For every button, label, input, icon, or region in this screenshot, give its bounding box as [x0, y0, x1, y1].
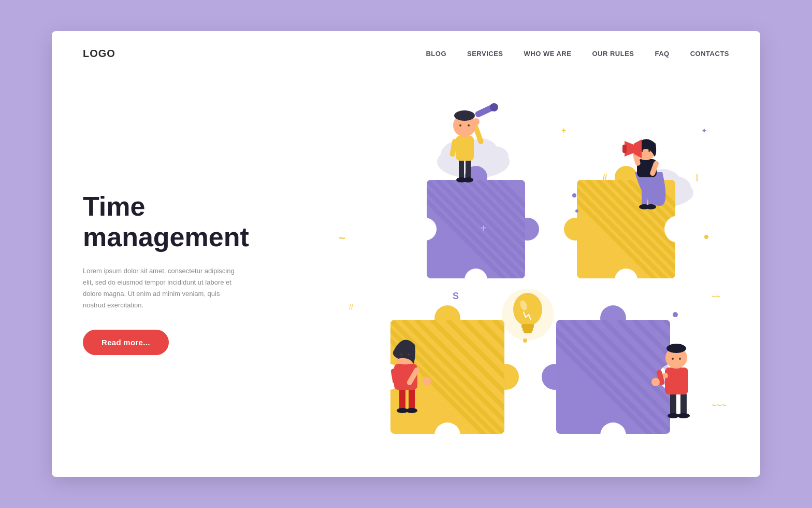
- svg-point-74: [463, 177, 473, 182]
- nav-services[interactable]: SERVICES: [467, 50, 503, 58]
- svg-point-88: [646, 204, 656, 209]
- svg-rect-96: [399, 387, 405, 411]
- nav-contacts[interactable]: CONTACTS: [690, 50, 729, 58]
- hero-section: Time management Lorem ipsum dolor sit am…: [52, 76, 300, 470]
- deco-dot-5: [704, 235, 708, 239]
- hero-description: Lorem ipsum dolor sit amet, consectetur …: [83, 265, 238, 311]
- svg-point-117: [679, 358, 681, 360]
- main-content: Time management Lorem ipsum dolor sit am…: [52, 76, 760, 470]
- logo: LOGO: [83, 48, 115, 60]
- svg-rect-71: [459, 159, 464, 180]
- svg-rect-107: [670, 392, 676, 416]
- deco-star: ✦: [701, 126, 707, 135]
- svg-point-104: [400, 354, 402, 356]
- nav-blog[interactable]: BLOG: [426, 50, 446, 58]
- svg-point-106: [423, 377, 431, 385]
- deco-dot-1: [572, 193, 576, 197]
- svg-point-99: [406, 408, 417, 413]
- svg-rect-95: [622, 145, 627, 153]
- deco-plus-1: +: [561, 126, 566, 135]
- svg-rect-69: [524, 330, 532, 333]
- svg-rect-108: [680, 392, 687, 416]
- svg-point-18: [564, 218, 587, 241]
- page-container: LOGO BLOG SERVICES WHO WE ARE OUR RULES …: [52, 31, 760, 477]
- svg-point-83: [490, 103, 498, 111]
- svg-point-66: [513, 293, 542, 326]
- svg-point-105: [408, 354, 410, 356]
- svg-point-116: [672, 358, 674, 360]
- svg-point-94: [648, 150, 650, 152]
- lightbulb: [502, 289, 554, 341]
- svg-point-115: [666, 344, 686, 353]
- deco-squiggle-3: ~~: [712, 292, 720, 301]
- svg-rect-97: [409, 387, 415, 411]
- deco-dot-4: [523, 338, 527, 343]
- deco-dot-2: [575, 209, 578, 213]
- svg-point-80: [459, 124, 461, 126]
- svg-point-36: [434, 422, 460, 448]
- nav-faq[interactable]: FAQ: [655, 50, 670, 58]
- main-illustration: ~ S + // + ~~ | + ~~~ | // ~ ✦: [300, 76, 760, 470]
- svg-point-110: [677, 413, 690, 418]
- svg-point-19: [615, 269, 637, 291]
- header: LOGO BLOG SERVICES WHO WE ARE OUR RULES …: [52, 31, 760, 76]
- nav-who-we-are[interactable]: WHO WE ARE: [524, 50, 572, 58]
- svg-point-32: [664, 216, 691, 243]
- puzzle-plus: +: [481, 222, 487, 234]
- cloud-1-bump3: [480, 146, 509, 167]
- hero-title: Time management: [83, 191, 269, 253]
- svg-point-79: [454, 110, 475, 121]
- read-more-button[interactable]: Read more...: [83, 330, 169, 355]
- svg-rect-75: [456, 136, 474, 161]
- svg-point-109: [668, 413, 679, 418]
- deco-squiggle-2: S: [453, 291, 459, 301]
- svg-rect-72: [466, 159, 471, 180]
- deco-squiggle-1: ~: [339, 232, 345, 245]
- svg-point-84: [472, 118, 480, 125]
- navigation: BLOG SERVICES WHO WE ARE OUR RULES FAQ C…: [426, 50, 729, 58]
- svg-point-4: [414, 218, 437, 241]
- svg-rect-111: [665, 368, 688, 394]
- svg-point-52: [600, 422, 626, 448]
- puzzle-bottom-purple: [535, 305, 760, 460]
- deco-dot-3: [673, 312, 678, 317]
- deco-squiggle-4: ~~~: [712, 401, 726, 410]
- nav-our-rules[interactable]: OUR RULES: [592, 50, 634, 58]
- svg-point-81: [468, 124, 470, 126]
- svg-point-118: [651, 378, 660, 386]
- illustration-area: ~ S + // + ~~ | + ~~~ | // ~ ✦: [300, 76, 760, 470]
- deco-lines-2: |: [696, 173, 698, 181]
- deco-lines-4: //: [349, 303, 353, 311]
- svg-point-3: [465, 269, 487, 291]
- svg-point-51: [542, 364, 568, 390]
